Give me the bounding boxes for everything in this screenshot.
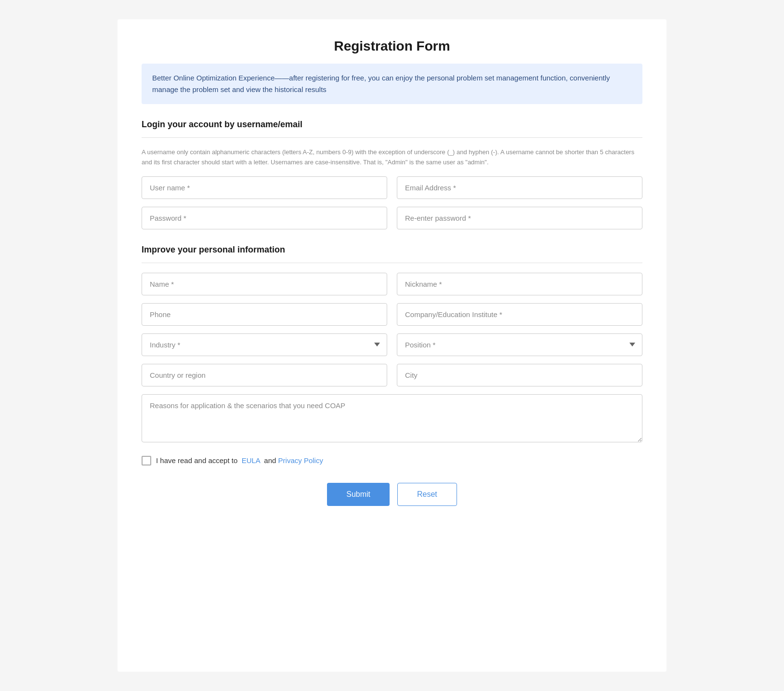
username-col (142, 176, 387, 199)
button-row: Submit Reset (142, 483, 642, 506)
nickname-col (397, 273, 642, 295)
username-input[interactable] (142, 176, 387, 199)
name-col (142, 273, 387, 295)
password-row (142, 207, 642, 229)
phone-input[interactable] (142, 303, 387, 326)
company-input[interactable] (397, 303, 642, 326)
industry-position-row: Industry * Position * (142, 333, 642, 356)
password-input[interactable] (142, 207, 387, 229)
password-col (142, 207, 387, 229)
reasons-col (142, 394, 642, 444)
login-section: Login your account by username/email A u… (142, 120, 642, 229)
info-banner: Better Online Optimization Experience——a… (142, 64, 642, 104)
eula-link[interactable]: EULA (242, 456, 260, 465)
country-city-row (142, 364, 642, 386)
accept-text: I have read and accept to EULA and Priva… (156, 456, 323, 465)
reasons-textarea[interactable] (142, 394, 642, 442)
privacy-policy-link[interactable]: Privacy Policy (278, 456, 323, 465)
accept-checkbox[interactable] (142, 456, 151, 465)
country-col (142, 364, 387, 386)
name-input[interactable] (142, 273, 387, 295)
accept-row: I have read and accept to EULA and Priva… (142, 456, 642, 465)
login-divider (142, 137, 642, 138)
personal-section: Improve your personal information Indust… (142, 245, 642, 444)
personal-section-heading: Improve your personal information (142, 245, 642, 255)
name-nickname-row (142, 273, 642, 295)
country-input[interactable] (142, 364, 387, 386)
submit-button[interactable]: Submit (327, 483, 390, 506)
email-col (397, 176, 642, 199)
position-col: Position * (397, 333, 642, 356)
city-col (397, 364, 642, 386)
login-section-heading: Login your account by username/email (142, 120, 642, 130)
industry-select[interactable]: Industry * (142, 333, 387, 356)
nickname-input[interactable] (397, 273, 642, 295)
reasons-row (142, 394, 642, 444)
username-email-row (142, 176, 642, 199)
city-input[interactable] (397, 364, 642, 386)
reset-button[interactable]: Reset (397, 483, 457, 506)
email-input[interactable] (397, 176, 642, 199)
reenter-password-input[interactable] (397, 207, 642, 229)
reenter-password-col (397, 207, 642, 229)
phone-company-row (142, 303, 642, 326)
page-title: Registration Form (142, 39, 642, 54)
personal-divider (142, 263, 642, 263)
phone-col (142, 303, 387, 326)
company-col (397, 303, 642, 326)
industry-col: Industry * (142, 333, 387, 356)
registration-form: Registration Form Better Online Optimiza… (118, 19, 666, 672)
position-select[interactable]: Position * (397, 333, 642, 356)
username-hint: A username only contain alphanumeric cha… (142, 147, 642, 168)
